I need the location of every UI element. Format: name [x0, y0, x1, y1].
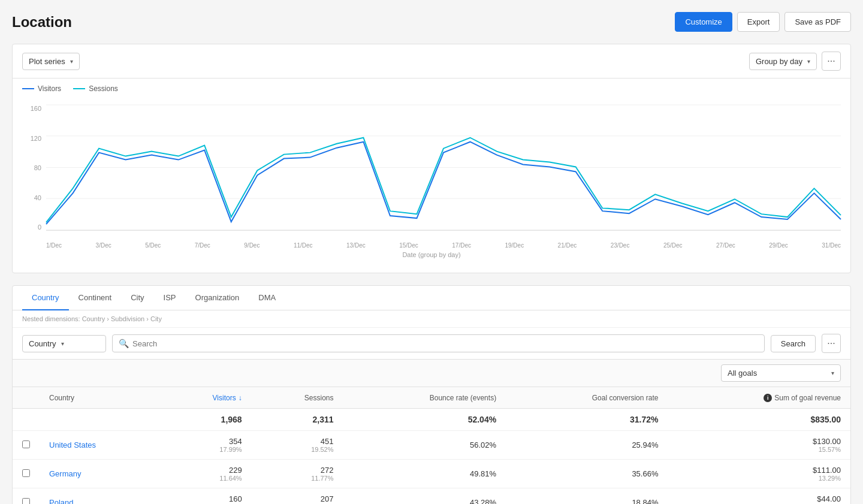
total-goal-revenue: $835.00 [668, 409, 850, 431]
chart-container: 160 120 80 40 0 [22, 105, 841, 249]
group-by-arrow-icon: ▾ [807, 58, 810, 65]
x-axis: 1/Dec 3/Dec 5/Dec 7/Dec 9/Dec 11/Dec 13/… [46, 242, 841, 249]
legend-visitors: Visitors [22, 84, 61, 93]
country-link-pl[interactable]: Poland [49, 498, 73, 504]
tab-country[interactable]: Country [22, 286, 69, 310]
save-as-button[interactable]: Save as PDF [784, 12, 851, 32]
page-title: Location [12, 14, 72, 31]
total-visitors: 1,968 [159, 409, 252, 431]
tab-isp[interactable]: ISP [154, 286, 186, 310]
th-goal-revenue: i Sum of goal revenue [668, 387, 850, 409]
tab-dma[interactable]: DMA [249, 286, 285, 310]
th-bounce-rate: Bounce rate (events) [343, 387, 506, 409]
group-by-select[interactable]: Group by day ▾ [749, 53, 817, 70]
chart-legend: Visitors Sessions [13, 79, 850, 99]
goals-select[interactable]: All goals ▾ [721, 364, 841, 382]
country-link-de[interactable]: Germany [49, 469, 81, 478]
search-button[interactable]: Search [771, 335, 816, 352]
chart-section: Plot series ▾ Group by day ▾ ··· Visitor… [12, 44, 851, 273]
tabs-section: Country Continent City ISP Organization … [12, 285, 851, 504]
customize-button[interactable]: Customize [675, 12, 732, 32]
chart-area: 160 120 80 40 0 [13, 99, 850, 273]
tab-continent[interactable]: Continent [69, 286, 122, 310]
visitors-line-icon [22, 88, 34, 89]
header-actions: Customize Export Save as PDF [675, 12, 851, 32]
data-table: Country Visitors ↓ Sessions Bounce rate … [13, 387, 850, 504]
total-bounce-rate: 52.04% [343, 409, 506, 431]
chart-toolbar: Plot series ▾ Group by day ▾ ··· [13, 44, 850, 79]
sort-down-icon: ↓ [239, 394, 242, 402]
chart-toolbar-left: Plot series ▾ [22, 53, 80, 70]
info-icon: i [764, 394, 772, 402]
tab-city[interactable]: City [121, 286, 153, 310]
row-checkbox-de[interactable] [22, 469, 30, 477]
page-header: Location Customize Export Save as PDF [12, 12, 851, 32]
sessions-line-icon [73, 88, 85, 89]
total-sessions: 2,311 [252, 409, 343, 431]
search-input[interactable] [132, 339, 758, 348]
tabs-bar: Country Continent City ISP Organization … [13, 286, 850, 310]
nested-dimensions-label: Nested dimensions: Country › Subdivision… [13, 310, 850, 328]
chart-plot [46, 105, 841, 231]
row-checkbox-pl[interactable] [22, 498, 30, 505]
plot-series-arrow-icon: ▾ [70, 58, 73, 65]
table-row: Germany 229 11.64% 272 11.77% 49.81% 35.… [13, 460, 850, 488]
dimension-arrow-icon: ▾ [61, 340, 64, 347]
table-row: United States 354 17.99% 451 19.52% 56.0… [13, 431, 850, 460]
table-more-button[interactable]: ··· [822, 334, 841, 353]
total-goal-conversion: 31.72% [506, 409, 668, 431]
goals-bar: All goals ▾ [13, 360, 850, 387]
totals-row: 1,968 2,311 52.04% 31.72% $835.00 [13, 409, 850, 431]
dimension-select[interactable]: Country ▾ [22, 335, 106, 352]
search-icon: 🔍 [119, 339, 129, 348]
th-goal-conversion: Goal conversion rate [506, 387, 668, 409]
y-axis: 160 120 80 40 0 [22, 105, 46, 231]
table-row: Poland 160 8.13% 207 8.96% 43.28% 18.84%… [13, 488, 850, 505]
table-toolbar: Country ▾ 🔍 Search ··· [13, 328, 850, 360]
th-visitors[interactable]: Visitors ↓ [159, 387, 252, 409]
country-link-us[interactable]: United States [49, 440, 96, 449]
tab-organization[interactable]: Organization [186, 286, 249, 310]
plot-series-select[interactable]: Plot series ▾ [22, 53, 80, 70]
th-checkbox [13, 387, 40, 409]
export-button[interactable]: Export [737, 12, 780, 32]
chart-svg [46, 105, 841, 230]
chart-toolbar-right: Group by day ▾ ··· [749, 52, 841, 71]
th-sessions: Sessions [252, 387, 343, 409]
chart-more-button[interactable]: ··· [822, 52, 841, 71]
row-checkbox-us[interactable] [22, 440, 30, 448]
search-box: 🔍 [112, 334, 765, 352]
x-axis-title: Date (group by day) [22, 251, 841, 261]
legend-sessions: Sessions [73, 84, 118, 93]
th-country: Country [40, 387, 159, 409]
goals-arrow-icon: ▾ [831, 370, 834, 376]
